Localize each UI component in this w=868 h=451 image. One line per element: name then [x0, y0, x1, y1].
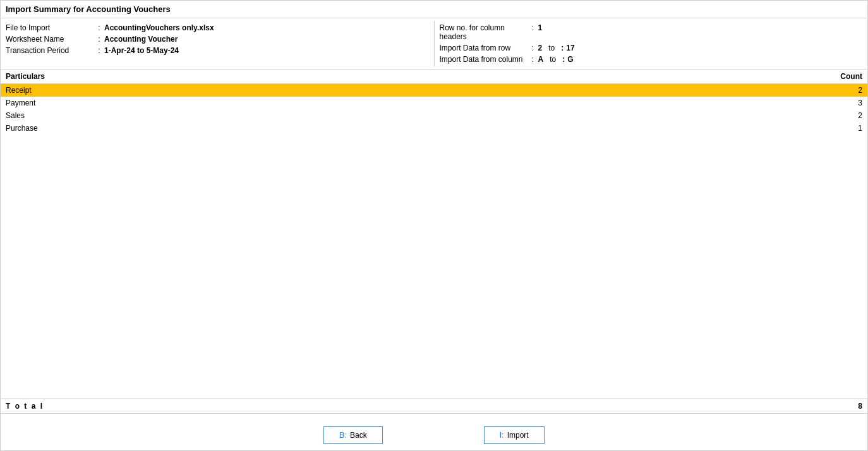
total-label: T o t a l	[6, 402, 44, 411]
data-row-value: 2 to : 17	[538, 44, 575, 52]
table-header: Particulars Count	[1, 69, 867, 84]
table-body: Receipt 2 Payment 3 Sales 2 Purchase 1	[1, 84, 867, 234]
info-section: File to Import : AccountingVouchers only…	[1, 18, 867, 69]
page-wrapper: Import Summary for Accounting Vouchers F…	[0, 0, 868, 451]
worksheet-label: Worksheet Name	[6, 35, 94, 44]
row-name-receipt: Receipt	[6, 86, 32, 95]
col-headers-colon: :	[528, 23, 538, 32]
info-row-data-row: Import Data from row : 2 to : 17	[440, 42, 863, 54]
total-value: 8	[858, 402, 862, 411]
row-name-purchase: Purchase	[6, 124, 38, 133]
period-label: Transaction Period	[6, 46, 94, 55]
table-section: Particulars Count Receipt 2 Payment 3 Sa…	[1, 69, 867, 234]
back-button[interactable]: B: Back	[323, 426, 382, 444]
info-row-data-col: Import Data from column : A to : G	[440, 54, 863, 65]
data-col-to: to	[550, 55, 556, 64]
data-row-to-colon: :	[561, 44, 564, 52]
data-row-from: 2	[538, 44, 543, 52]
import-label: Import	[507, 431, 529, 440]
data-col-to-colon: :	[562, 55, 565, 64]
info-row-col-headers: Row no. for column headers : 1	[440, 22, 863, 42]
data-row-to: to	[548, 44, 555, 52]
data-col-value: A to : G	[538, 55, 574, 64]
file-value: AccountingVouchers only.xlsx	[104, 23, 214, 32]
row-count-purchase: 1	[858, 124, 862, 133]
info-left: File to Import : AccountingVouchers only…	[1, 21, 434, 66]
total-bar: T o t a l 8	[1, 399, 867, 414]
col-headers-label: Row no. for column headers	[440, 23, 528, 41]
period-colon: :	[94, 46, 104, 55]
info-row-file: File to Import : AccountingVouchers only…	[6, 22, 429, 33]
row-count-receipt: 2	[858, 86, 862, 95]
data-row-colon: :	[528, 44, 538, 52]
col-headers-value: 1	[538, 23, 543, 32]
period-value: 1-Apr-24 to 5-May-24	[104, 46, 179, 55]
data-row-label: Import Data from row	[440, 44, 528, 52]
import-button[interactable]: I: Import	[484, 426, 545, 444]
data-col-from: A	[538, 55, 544, 64]
data-col-to-value: G	[567, 55, 573, 64]
file-label: File to Import	[6, 23, 94, 32]
column-particulars: Particulars	[6, 72, 45, 81]
back-key: B:	[339, 431, 346, 440]
column-count: Count	[840, 72, 862, 81]
table-row[interactable]: Purchase 1	[1, 122, 867, 135]
back-label: Back	[350, 431, 367, 440]
row-name-payment: Payment	[6, 99, 35, 107]
row-count-sales: 2	[858, 111, 862, 120]
table-row[interactable]: Payment 3	[1, 97, 867, 109]
data-col-label: Import Data from column	[440, 55, 528, 64]
row-count-payment: 3	[858, 99, 862, 107]
worksheet-colon: :	[94, 35, 104, 44]
import-key: I:	[500, 431, 504, 440]
info-right: Row no. for column headers : 1 Import Da…	[434, 21, 868, 66]
table-row[interactable]: Sales 2	[1, 109, 867, 122]
info-row-period: Transaction Period : 1-Apr-24 to 5-May-2…	[6, 45, 429, 56]
row-name-sales: Sales	[6, 111, 25, 120]
buttons-bar: B: Back I: Import	[1, 414, 867, 450]
worksheet-value: Accounting Voucher	[104, 35, 178, 44]
data-col-colon: :	[528, 55, 538, 64]
info-row-worksheet: Worksheet Name : Accounting Voucher	[6, 33, 429, 45]
page-title: Import Summary for Accounting Vouchers	[1, 1, 867, 18]
file-colon: :	[94, 23, 104, 32]
data-row-to-value: 17	[566, 44, 574, 52]
spacer	[1, 234, 867, 399]
table-row[interactable]: Receipt 2	[1, 84, 867, 97]
